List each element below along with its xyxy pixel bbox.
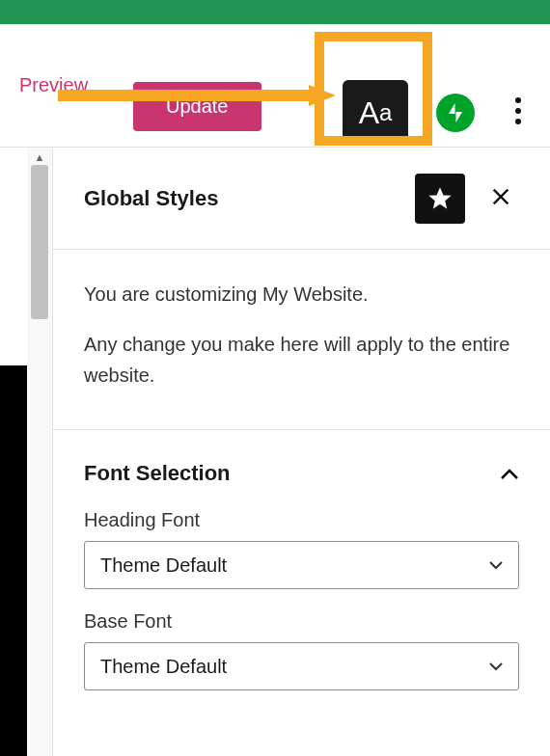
heading-font-label: Heading Font [84, 509, 519, 531]
left-dark-strip [0, 365, 27, 756]
description-line-1: You are customizing My Website. [84, 279, 519, 310]
base-font-value: Theme Default [100, 656, 489, 678]
base-font-label: Base Font [84, 610, 519, 633]
heading-font-select[interactable]: Theme Default [84, 541, 519, 589]
panel-title: Global Styles [84, 186, 415, 211]
chevron-down-icon [489, 659, 503, 674]
base-font-select[interactable]: Theme Default [84, 642, 519, 690]
font-selection-title: Font Selection [84, 461, 231, 486]
preview-button[interactable]: Preview [19, 74, 88, 96]
heading-font-field: Heading Font Theme Default [84, 509, 519, 589]
heading-font-value: Theme Default [100, 554, 489, 577]
panel-description: You are customizing My Website. Any chan… [53, 250, 550, 430]
dot-icon [515, 97, 521, 103]
jetpack-icon[interactable] [436, 94, 475, 132]
panel-header: Global Styles [53, 148, 550, 250]
font-selection-section: Font Selection Heading Font Theme Defaul… [53, 430, 550, 731]
typography-icon: A [359, 95, 379, 131]
scroll-up-icon[interactable]: ▲ [35, 151, 45, 163]
global-styles-panel: Global Styles You are customizing My Web… [52, 148, 550, 756]
star-icon [426, 185, 454, 212]
update-button[interactable]: Update [133, 82, 261, 131]
scrollbar-thumb[interactable] [31, 165, 48, 319]
top-toolbar: Preview Update Aa [0, 24, 550, 148]
close-icon [490, 186, 511, 207]
jetpack-logo-icon [444, 101, 467, 124]
scrollbar-track[interactable]: ▲ [27, 148, 52, 756]
top-banner [0, 0, 550, 24]
base-font-field: Base Font Theme Default [84, 610, 519, 690]
more-menu-button[interactable] [515, 97, 521, 124]
chevron-up-icon [500, 463, 519, 485]
close-button[interactable] [482, 183, 519, 214]
font-selection-header[interactable]: Font Selection [84, 449, 519, 509]
description-line-2: Any change you make here will apply to t… [84, 329, 519, 391]
favorite-button[interactable] [415, 174, 465, 224]
chevron-down-icon [489, 557, 503, 573]
global-styles-button[interactable]: Aa [343, 80, 408, 146]
